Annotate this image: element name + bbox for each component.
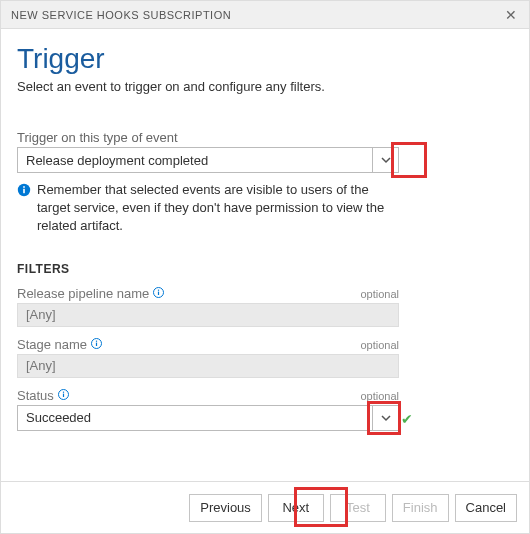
info-text: Remember that selected events are visibl… bbox=[37, 181, 399, 236]
event-type-select[interactable]: Release deployment completed bbox=[17, 147, 399, 173]
event-type-value: Release deployment completed bbox=[17, 147, 373, 173]
chevron-down-icon[interactable] bbox=[373, 147, 399, 173]
info-icon[interactable] bbox=[58, 388, 69, 403]
filter-pipeline: Release pipeline name optional [Any] bbox=[17, 286, 399, 327]
optional-tag: optional bbox=[360, 390, 399, 402]
filter-stage-value[interactable]: [Any] bbox=[17, 354, 399, 378]
chevron-down-icon[interactable] bbox=[373, 405, 399, 431]
info-message: Remember that selected events are visibl… bbox=[17, 181, 399, 236]
svg-rect-11 bbox=[63, 391, 64, 392]
filter-status-select[interactable]: Succeeded bbox=[17, 405, 399, 431]
filters-heading: FILTERS bbox=[17, 262, 513, 276]
filter-pipeline-label: Release pipeline name bbox=[17, 286, 149, 301]
svg-rect-7 bbox=[96, 342, 97, 345]
filter-status-label: Status bbox=[17, 388, 54, 403]
page-subtitle: Select an event to trigger on and config… bbox=[17, 79, 513, 94]
dialog-title: NEW SERVICE HOOKS SUBSCRIPTION bbox=[11, 9, 231, 21]
svg-rect-4 bbox=[158, 291, 159, 294]
page-heading: Trigger bbox=[17, 43, 513, 75]
finish-button: Finish bbox=[392, 494, 449, 522]
filter-stage-label: Stage name bbox=[17, 337, 87, 352]
info-icon[interactable] bbox=[153, 286, 164, 301]
close-icon[interactable]: ✕ bbox=[501, 7, 522, 23]
cancel-button[interactable]: Cancel bbox=[455, 494, 517, 522]
check-icon: ✔ bbox=[401, 411, 413, 427]
filter-pipeline-value[interactable]: [Any] bbox=[17, 303, 399, 327]
filter-status: Status optional Succeeded ✔ bbox=[17, 388, 399, 431]
filter-status-value: Succeeded bbox=[17, 405, 373, 431]
info-icon[interactable] bbox=[91, 337, 102, 352]
optional-tag: optional bbox=[360, 339, 399, 351]
svg-rect-2 bbox=[23, 186, 25, 188]
event-type-label: Trigger on this type of event bbox=[17, 130, 513, 145]
next-button[interactable]: Next bbox=[268, 494, 324, 522]
svg-rect-8 bbox=[96, 340, 97, 341]
dialog-footer: Previous Next Test Finish Cancel bbox=[1, 481, 529, 533]
info-icon bbox=[17, 183, 31, 197]
svg-rect-5 bbox=[158, 289, 159, 290]
test-button: Test bbox=[330, 494, 386, 522]
svg-rect-1 bbox=[23, 189, 25, 193]
dialog-content: Trigger Select an event to trigger on an… bbox=[1, 29, 529, 431]
optional-tag: optional bbox=[360, 288, 399, 300]
svg-rect-10 bbox=[63, 393, 64, 396]
previous-button[interactable]: Previous bbox=[189, 494, 262, 522]
titlebar: NEW SERVICE HOOKS SUBSCRIPTION ✕ bbox=[1, 1, 529, 29]
filter-stage: Stage name optional [Any] bbox=[17, 337, 399, 378]
